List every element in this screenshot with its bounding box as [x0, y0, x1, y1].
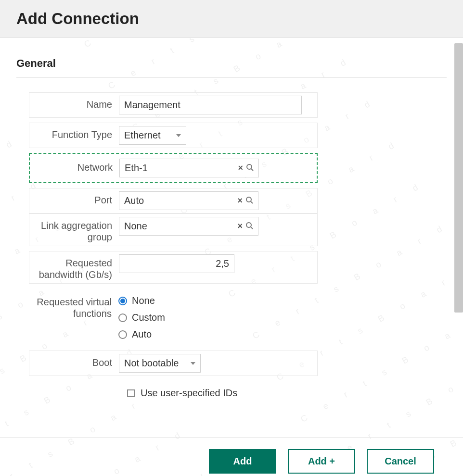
clear-icon[interactable]: × [237, 196, 243, 206]
radio-icon [118, 313, 127, 322]
lag-input[interactable]: None × [119, 217, 258, 236]
chevron-down-icon [191, 362, 195, 365]
section-general-title: General [16, 57, 447, 70]
bandwidth-value: 2,5 [216, 258, 229, 269]
dialog-title: Add Connection [16, 10, 447, 28]
radio-none-label: None [132, 295, 155, 306]
radio-custom[interactable]: Custom [118, 309, 313, 326]
clear-icon[interactable]: × [238, 163, 243, 173]
row-boot: Boot Not bootable [29, 351, 318, 376]
search-icon[interactable] [245, 195, 253, 206]
name-input[interactable]: Management [119, 96, 302, 114]
radio-auto-label: Auto [132, 329, 152, 340]
row-user-ids[interactable]: Use user-specified IDs [127, 388, 447, 399]
label-bandwidth: Requested bandwidth (Gb/s) [29, 254, 119, 280]
row-port: Port Auto × [29, 188, 318, 213]
bandwidth-input[interactable]: 2,5 [119, 254, 234, 273]
radio-icon [118, 297, 127, 305]
network-value: Eth-1 [125, 163, 238, 174]
content-area: General Name Management Function Type Et… [0, 38, 463, 423]
port-input[interactable]: Auto × [119, 191, 258, 210]
row-function-type: Function Type Ethernet [29, 123, 318, 148]
label-user-ids: Use user-specified IDs [141, 388, 237, 399]
boot-select[interactable]: Not bootable [119, 354, 201, 373]
row-lag: Link aggregation group None × [29, 213, 318, 246]
label-function-type: Function Type [29, 126, 119, 140]
label-port: Port [29, 191, 119, 206]
name-value: Management [124, 100, 180, 111]
row-virtual-functions: Requested virtual functions None Custom … [29, 288, 318, 346]
chevron-down-icon [176, 134, 181, 137]
divider [16, 77, 447, 78]
radio-none[interactable]: None [118, 292, 313, 309]
radio-icon [118, 330, 127, 339]
search-icon[interactable] [245, 221, 253, 232]
function-type-value: Ethernet [124, 130, 161, 141]
svg-line-1 [251, 169, 253, 171]
svg-point-2 [246, 197, 251, 202]
cancel-button[interactable]: Cancel [367, 449, 434, 474]
row-name: Name Management [29, 92, 318, 118]
search-icon[interactable] [246, 163, 254, 174]
dialog-header: Add Connection [0, 0, 463, 38]
row-bandwidth: Requested bandwidth (Gb/s) 2,5 [29, 251, 318, 284]
svg-line-3 [251, 201, 253, 203]
port-value: Auto [124, 195, 237, 206]
clear-icon[interactable]: × [237, 221, 243, 231]
radio-auto[interactable]: Auto [118, 326, 313, 343]
label-lag: Link aggregation group [29, 217, 119, 243]
radio-custom-label: Custom [132, 312, 165, 323]
function-type-select[interactable]: Ethernet [119, 126, 186, 145]
add-button[interactable]: Add [209, 449, 276, 474]
label-virtual-functions: Requested virtual functions [29, 291, 118, 319]
footer: Add Add + Cancel [0, 437, 463, 474]
svg-line-5 [251, 227, 253, 229]
svg-point-0 [247, 164, 252, 169]
add-plus-button[interactable]: Add + [288, 449, 355, 474]
boot-value: Not bootable [124, 358, 179, 369]
label-boot: Boot [29, 354, 119, 368]
label-name: Name [29, 96, 119, 110]
checkbox-icon[interactable] [127, 389, 135, 397]
lag-value: None [124, 221, 237, 232]
label-network: Network [30, 159, 119, 173]
svg-point-4 [246, 223, 251, 227]
form: Name Management Function Type Ethernet N… [16, 92, 447, 399]
row-network: Network Eth-1 × [29, 153, 318, 183]
network-input[interactable]: Eth-1 × [119, 159, 259, 177]
